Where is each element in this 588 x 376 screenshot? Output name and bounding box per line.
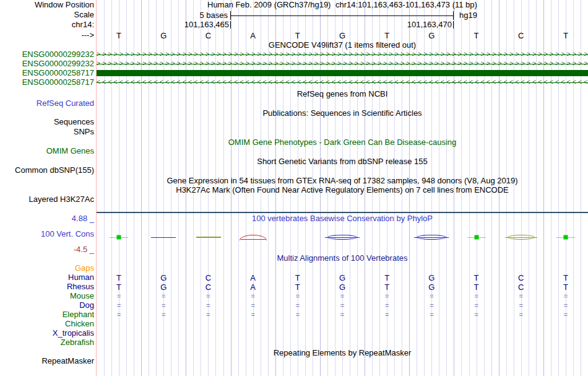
multiz-species-label-zebrafish[interactable]: Zebrafish [0, 338, 94, 347]
gencode-item-label[interactable]: ENSG00000299232 [0, 59, 94, 68]
alignment-cell: = [409, 292, 454, 301]
alignment-cell: T [365, 282, 409, 292]
scale-ruler-line [230, 15, 453, 16]
gencode-intron-arrows[interactable]: <<<<<<<<<<<<<<<<<<<<<<<<<<<<<<<<<<<<<<<<… [97, 78, 588, 87]
refseq-track-title[interactable]: RefSeq genes from NCBI [97, 90, 588, 98]
conservation-mark-blue-lens[interactable] [327, 235, 357, 240]
alignment-cell: = [97, 301, 141, 310]
conservation-mark-olive-line[interactable] [196, 236, 221, 238]
conservation-mark-green-square[interactable] [467, 235, 486, 240]
base-cell: T [275, 31, 320, 40]
gencode-item-label[interactable]: ENSG00000299232 [0, 50, 94, 59]
alignment-cell: = [409, 301, 454, 310]
assembly-title: Human Feb. 2009 (GRCh37/hg19) [207, 1, 331, 9]
repeatmasker-label[interactable]: RepeatMasker [0, 357, 94, 365]
base-cell: G [409, 31, 454, 40]
coordinate-left: 101,163,465 [97, 20, 229, 29]
alignment-cell: = [186, 301, 230, 310]
alignment-cell: G [409, 282, 454, 292]
omim-track-title[interactable]: OMIM Gene Phenotypes - Dark Green Can Be… [97, 138, 588, 147]
alignment-cell: = [275, 292, 320, 301]
alignment-cell: = [365, 292, 409, 301]
alignment-cell: A [231, 273, 275, 282]
multiz-species-label-mouse[interactable]: Mouse [0, 292, 94, 300]
coordinate-left-tick [230, 21, 231, 28]
conservation-mark-blue-lens[interactable] [417, 235, 446, 240]
gencode-item-label[interactable]: ENSG00000258717 [0, 78, 94, 87]
alignment-cell: = [365, 310, 409, 320]
alignment-cell: = [454, 301, 499, 310]
snps-label[interactable]: SNPs [0, 128, 94, 136]
alignment-cell: T [97, 273, 141, 282]
alignment-cell: G [141, 273, 186, 282]
position-title: chr14:101,163,463-101,163,473 (11 bp) [335, 1, 477, 9]
omim-genes-label[interactable]: OMIM Genes [0, 147, 94, 155]
gencode-track-title[interactable]: GENCODE V49lift37 (1 items filtered out) [97, 41, 588, 50]
alignment-cell: = [275, 301, 320, 310]
conservation-mark-olive-lens[interactable] [508, 235, 535, 240]
alignment-cell: = [275, 310, 320, 320]
alignment-cell: = [499, 310, 543, 320]
multiz-alignment-row-human[interactable]: TGCATGTGTCT [97, 273, 588, 282]
multiz-alignment-row-rhesus[interactable]: TGCATGTGTCT [97, 282, 588, 292]
layered-h3k27ac-label[interactable]: Layered H3K27Ac [0, 195, 94, 204]
conservation-mark-green-square[interactable] [110, 235, 128, 240]
multiz-alignment-row-elephant[interactable]: =========== [97, 310, 588, 320]
repeatmasker-track-title[interactable]: Repeating Elements by RepeatMasker [97, 349, 588, 357]
gencode-intron-arrows[interactable]: >>>>>>>>>>>>>>>>>>>>>>>>>>>>>>>>>>>>>>>>… [97, 59, 588, 68]
alignment-cell: = [454, 310, 499, 320]
coordinate-right: 101,163,470 [319, 20, 452, 29]
alignment-cell: T [454, 282, 499, 292]
common-dbsnp-label[interactable]: Common dbSNP(155) [0, 166, 94, 175]
multiz-species-label-elephant[interactable]: Elephant [0, 310, 94, 319]
multiz-track-title[interactable]: Multiz Alignments of 100 Vertebrates [97, 254, 588, 263]
conservation-mark-blue-line[interactable] [151, 237, 176, 238]
sequences-label[interactable]: Sequences [0, 118, 94, 126]
alignment-cell: = [543, 310, 588, 320]
conservation-track-title[interactable]: 100 vertebrates Basewise Conservation by… [97, 214, 588, 223]
reference-base-row[interactable]: TGCATGTGTCT [97, 31, 588, 40]
h3k27ac-track-title[interactable]: H3K27Ac Mark (Often Found Near Active Re… [97, 186, 588, 195]
gencode-intron-arrows[interactable]: >>>>>>>>>>>>>>>>>>>>>>>>>>>>>>>>>>>>>>>>… [97, 50, 588, 59]
multiz-alignment-row-dog[interactable]: =========== [97, 301, 588, 310]
multiz-species-label-dog[interactable]: Dog [0, 301, 94, 310]
alignment-cell: = [97, 292, 141, 301]
multiz-species-label-gaps[interactable]: Gaps [0, 264, 94, 273]
strand-direction-label: ---> [0, 31, 94, 40]
conservation-mark-red-arc[interactable] [240, 234, 267, 240]
window-position-label: Window Position [0, 1, 94, 9]
base-cell: C [186, 31, 230, 40]
strand-arrows-right: >>>>>>>>>>>>>>>>>>>>>>>>>>>>>>>>>>>>>>>>… [97, 50, 588, 59]
conservation-mark-green-square[interactable] [556, 235, 575, 240]
gencode-exon-bar[interactable] [97, 70, 588, 76]
alignment-cell: A [231, 282, 275, 292]
coordinate-right-tick [453, 21, 454, 28]
alignment-cell: = [320, 292, 365, 301]
alignment-cell: T [543, 273, 588, 282]
base-cell: C [499, 31, 543, 40]
refseq-curated-label[interactable]: RefSeq Curated [0, 99, 94, 108]
multiz-species-label-chicken[interactable]: Chicken [0, 320, 94, 328]
alignment-cell: = [231, 310, 275, 320]
gtex-track-title[interactable]: Gene Expression in 54 tissues from GTEx … [97, 177, 588, 185]
alignment-cell: G [320, 273, 365, 282]
alignment-cell: = [186, 292, 230, 301]
multiz-species-label-x_tropicalis[interactable]: X_tropicalis [0, 329, 94, 338]
alignment-cell: T [275, 273, 320, 282]
dbsnp-track-title[interactable]: Short Genetic Variants from dbSNP releas… [97, 157, 588, 166]
alignment-cell: C [186, 273, 230, 282]
alignment-cell: T [97, 282, 141, 292]
conservation-track-label[interactable]: 100 Vert. Cons [0, 230, 94, 238]
alignment-cell: = [320, 310, 365, 320]
alignment-cell: G [141, 282, 186, 292]
publications-track-title[interactable]: Publications: Sequences in Scientific Ar… [97, 109, 588, 118]
alignment-cell: G [409, 273, 454, 282]
gencode-item-label[interactable]: ENSG00000258717 [0, 69, 94, 77]
multiz-alignment-row-mouse[interactable]: =========== [97, 292, 588, 301]
alignment-cell: T [365, 273, 409, 282]
multiz-species-label-human[interactable]: Human [0, 273, 94, 282]
multiz-species-label-rhesus[interactable]: Rhesus [0, 282, 94, 291]
base-cell: A [231, 31, 275, 40]
alignment-cell: = [141, 292, 186, 301]
conservation-min-label: -4.5 _ [0, 245, 94, 254]
